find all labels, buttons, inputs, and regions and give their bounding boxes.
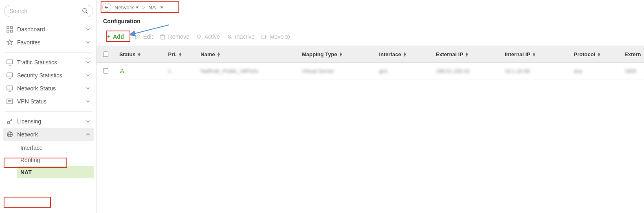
svg-line-39 [121,71,123,72]
svg-rect-10 [7,60,13,64]
breadcrumb-nat[interactable]: NAT [148,4,163,11]
th-pri[interactable]: Pri. ▲▼ [163,46,196,62]
pencil-icon [134,34,141,40]
add-label: Add [113,33,124,40]
sidebar-item-traffic-statistics[interactable]: Traffic Statistics [3,56,94,69]
nav-label: Security Statistics [17,72,86,79]
nav-label: Traffic Statistics [17,59,86,66]
chevron-down-icon [86,99,90,104]
cell-pri: 1 [163,63,196,79]
cell-name: NatRule_Public_AllPorts [196,63,297,79]
breadcrumb-label: Network [114,4,134,11]
subnav-item-nat[interactable]: NAT [17,166,94,178]
subnav-item-routing[interactable]: Routing [17,154,94,166]
sidebar-item-vpn-status[interactable]: VPN Status [3,95,94,108]
sidebar-item-network[interactable]: Network [3,128,94,141]
sidebar-item-licensing[interactable]: Licensing [3,115,94,128]
caret-down-icon [160,7,163,9]
divider [5,111,92,112]
th-external-ip[interactable]: External IP ▲▼ [431,46,500,62]
svg-rect-26 [160,35,164,39]
active-label: Active [204,33,220,40]
grid-icon [7,26,13,33]
svg-rect-35 [121,69,123,70]
active-button[interactable]: Active [196,33,220,40]
svg-rect-36 [120,72,122,73]
th-name[interactable]: Name ▲▼ [196,46,297,62]
nav-label: VPN Status [17,98,86,105]
nav-label: Network Status [17,85,86,92]
sidebar-item-network-status[interactable]: Network Status [3,82,94,95]
back-button[interactable] [102,3,111,12]
th-mapping-type[interactable]: Mapping Type ▲▼ [297,46,374,62]
key-icon [7,118,13,125]
th-label: Name [200,51,215,57]
cell-mapping-type: Virtual Server [297,63,374,79]
breadcrumb: Network > NAT [97,0,644,15]
th-label: Pri. [168,51,177,57]
add-button[interactable]: + Add [103,32,128,42]
svg-line-40 [122,71,124,72]
star-icon [7,39,13,46]
svg-rect-5 [7,26,9,29]
th-internal-ip[interactable]: Internal IP ▲▼ [500,46,569,62]
plus-icon: + [107,33,110,40]
breadcrumb-network[interactable]: Network [114,4,139,11]
th-interface[interactable]: Interface ▲▼ [374,46,431,62]
svg-point-0 [83,9,86,12]
remove-label: Remove [168,33,189,40]
sort-icon: ▲▼ [597,52,601,56]
main-content: Network > NAT Configuration + Add Edit R… [97,0,644,213]
remove-button[interactable]: Remove [160,33,189,40]
inactive-button[interactable]: Inactive [226,33,255,40]
subnav-network: Interface Routing NAT [3,141,94,179]
cell-external-port: 1800 [620,63,644,79]
bulb-on-icon [196,34,202,40]
cell-internal-ip: 10.1.20.58 [500,63,569,79]
moveto-button[interactable]: Move to [261,33,290,40]
list-icon [7,98,13,105]
chevron-down-icon [86,27,90,32]
moveto-label: Move to [270,33,290,40]
chevron-down-icon [86,60,90,65]
edit-label: Edit [143,33,153,40]
th-status[interactable]: Status ▲▼ [114,46,163,62]
svg-line-21 [11,120,12,121]
sort-icon: ▲▼ [137,52,141,56]
search-icon [81,7,89,15]
sort-icon: ▲▼ [217,52,221,56]
chevron-up-icon [86,132,90,137]
svg-point-29 [197,35,200,38]
cell-interface: ge1 [374,63,431,79]
th-label: External IP [436,51,463,57]
subnav-item-interface[interactable]: Interface [17,142,94,154]
sidebar-item-security-statistics[interactable]: Security Statistics [3,69,94,82]
search-box[interactable] [4,5,93,17]
chevron-down-icon [86,86,90,91]
edit-button[interactable]: Edit [134,33,153,40]
sort-icon: ▲▼ [532,52,536,56]
trash-icon [160,34,166,40]
row-checkbox[interactable] [103,68,108,74]
search-input[interactable] [9,7,81,15]
table-row[interactable]: 1 NatRule_Public_AllPorts Virtual Server… [97,63,644,79]
th-label: Interface [379,51,401,57]
svg-marker-9 [7,40,13,45]
sidebar: Dashboard Favorites Traffic Statistics S… [0,0,97,213]
sidebar-item-dashboard[interactable]: Dashboard [3,23,94,36]
table-body: 1 NatRule_Public_AllPorts Virtual Server… [97,63,644,79]
select-all-checkbox[interactable] [103,51,108,57]
table-header: Status ▲▼ Pri. ▲▼ Name ▲▼ Mapping Type ▲… [97,46,644,63]
toolbar: + Add Edit Remove Active Inactive Move t… [97,29,644,46]
chevron-down-icon [86,40,90,45]
arrow-left-icon [104,5,109,10]
svg-line-20 [9,119,12,122]
th-external-port[interactable]: Extern [620,46,644,62]
th-protocol[interactable]: Protocol ▲▼ [569,46,620,62]
inactive-label: Inactive [235,33,255,40]
svg-rect-37 [123,72,125,73]
sidebar-item-favorites[interactable]: Favorites [3,36,94,49]
monitor-icon [7,72,13,79]
sort-icon: ▲▼ [339,52,343,56]
section-title: Configuration [97,15,644,29]
